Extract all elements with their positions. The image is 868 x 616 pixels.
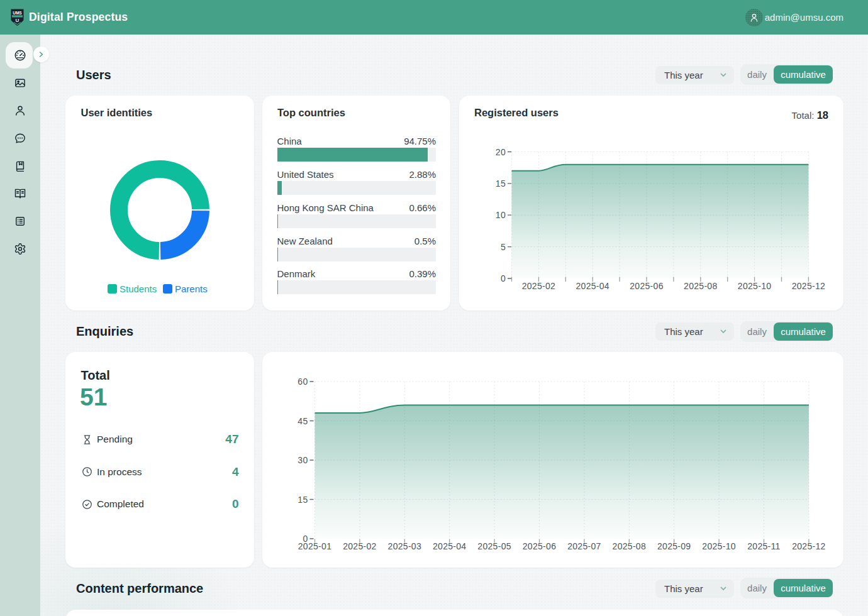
svg-text:U: U: [16, 18, 19, 23]
svg-text:2025-07: 2025-07: [567, 541, 601, 551]
svg-text:2025-05: 2025-05: [477, 541, 511, 551]
svg-text:2025-08: 2025-08: [684, 281, 717, 291]
svg-text:2025-02: 2025-02: [343, 541, 376, 551]
svg-text:UMS: UMS: [13, 11, 22, 15]
svg-text:45: 45: [298, 416, 308, 426]
svg-text:0: 0: [500, 273, 505, 283]
svg-text:2025-10: 2025-10: [702, 541, 735, 551]
svg-text:2025-03: 2025-03: [387, 541, 421, 551]
svg-text:5: 5: [500, 242, 505, 252]
svg-text:2025-09: 2025-09: [657, 541, 690, 551]
svg-text:2025-02: 2025-02: [521, 281, 555, 291]
svg-text:2025-06: 2025-06: [630, 281, 663, 291]
svg-text:2025-04: 2025-04: [576, 281, 609, 291]
svg-text:2025-10: 2025-10: [737, 281, 771, 291]
svg-text:15: 15: [298, 495, 308, 505]
svg-text:2025-12: 2025-12: [792, 541, 825, 551]
svg-text:2025-04: 2025-04: [432, 541, 465, 551]
svg-text:2025-08: 2025-08: [612, 541, 645, 551]
svg-text:20: 20: [495, 147, 505, 157]
svg-text:2025-06: 2025-06: [522, 541, 555, 551]
svg-text:2025-01: 2025-01: [298, 541, 331, 551]
svg-text:60: 60: [298, 377, 308, 387]
svg-text:30: 30: [298, 455, 308, 465]
svg-text:2025-11: 2025-11: [747, 541, 780, 551]
svg-text:10: 10: [495, 210, 505, 220]
svg-text:2025-12: 2025-12: [791, 281, 825, 291]
svg-text:15: 15: [495, 179, 505, 189]
